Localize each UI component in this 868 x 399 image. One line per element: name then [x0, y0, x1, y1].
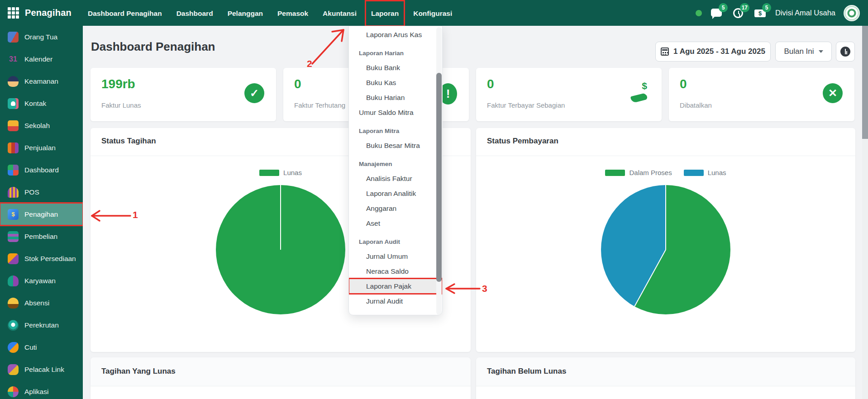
date-range-picker[interactable]: 1 Agu 2025 - 31 Agu 2025 — [655, 42, 771, 62]
sidebar-item-aplikasi[interactable]: Aplikasi — [0, 380, 83, 399]
attendance-icon — [8, 298, 19, 309]
dropdown-item-laporan-arus-kas[interactable]: Laporan Arus Kas — [349, 27, 442, 42]
pie-slice-divider — [665, 185, 666, 250]
date-range-value: 1 Agu 2025 - 31 Agu 2025 — [673, 47, 765, 56]
organization-name[interactable]: Divisi Amal Usaha — [775, 9, 835, 17]
legend-entry-dalam-proses[interactable]: Dalam Proses — [605, 169, 672, 176]
billing-dashboard-screen: Penagihan Dashboard PenagihanDashboardPe… — [0, 0, 868, 399]
sidebar-item-label: Sekolah — [24, 122, 50, 130]
nav-item-pelanggan[interactable]: Pelanggan — [223, 1, 268, 25]
stat-value: 0 — [294, 77, 301, 91]
top-navbar: Penagihan Dashboard PenagihanDashboardPe… — [0, 0, 868, 26]
activity-history-button[interactable]: 17 — [732, 6, 745, 20]
app-brand[interactable]: Penagihan — [0, 7, 83, 19]
card-tagihan-belum-lunas: Tagihan Belum Lunas — [476, 357, 855, 399]
legend-swatch — [259, 170, 279, 176]
dropdown-item-buku-kas[interactable]: Buku Kas — [349, 75, 442, 90]
dropdown-item-anggaran[interactable]: Anggaran — [349, 201, 442, 216]
chart-title: Status Tagihan — [101, 137, 156, 146]
card-header: Status Pembayaran — [476, 128, 855, 156]
pie-chart-status-pembayaran — [601, 185, 730, 314]
sidebar-item-label: POS — [24, 188, 39, 196]
chart-title: Status Pembayaran — [487, 137, 558, 146]
sidebar-item-pelacak-link[interactable]: Pelacak Link — [0, 358, 83, 380]
sidebar-item-label: Pembelian — [24, 233, 57, 241]
billing-icon — [8, 209, 19, 220]
online-status-dot — [696, 10, 702, 16]
check-circle-icon: ✓ — [244, 83, 264, 103]
messages-badge: 5 — [719, 3, 728, 12]
dropdown-item-laporan-pajak[interactable]: Laporan Pajak — [349, 279, 442, 294]
sidebar-item-label: Perekrutan — [24, 321, 59, 329]
employees-icon — [8, 276, 19, 286]
pie-slice-divider — [634, 250, 666, 307]
nav-item-laporan[interactable]: Laporan — [366, 1, 404, 25]
chart-card-status-pembayaran: Status Pembayaran Dalam ProsesLunas — [476, 128, 855, 352]
dropdown-scrollbar-thumb[interactable] — [436, 73, 442, 282]
stat-value: 0 — [487, 77, 494, 91]
legend-swatch — [684, 170, 704, 176]
sidebar-item-kalender[interactable]: Kalender — [0, 48, 83, 70]
sidebar-item-perekrutan[interactable]: Perekrutan — [0, 314, 83, 336]
dropdown-section-laporan-audit: Laporan Audit — [349, 236, 442, 248]
nav-item-dashboard[interactable]: Dashboard — [172, 1, 218, 25]
sidebar-item-penjualan[interactable]: Penjualan — [0, 137, 83, 159]
school-icon — [8, 120, 19, 131]
inventory-icon — [8, 253, 19, 264]
legend-swatch — [605, 170, 625, 176]
sidebar-item-cuti[interactable]: Cuti — [0, 336, 83, 358]
sidebar-item-orang-tua[interactable]: Orang Tua — [0, 26, 83, 48]
sidebar-item-kontak[interactable]: Kontak — [0, 92, 83, 114]
stat-label: Dibatalkan — [680, 101, 712, 109]
dropdown-item-analisis-faktur[interactable]: Analisis Faktur — [349, 171, 442, 186]
dropdown-item-jurnal-umum[interactable]: Jurnal Umum — [349, 249, 442, 264]
sidebar-item-penagihan[interactable]: Penagihan — [0, 203, 83, 225]
nav-item-pemasok[interactable]: Pemasok — [272, 1, 313, 25]
sidebar-item-label: Stok Persediaan — [24, 255, 76, 263]
sidebar-item-pos[interactable]: POS — [0, 181, 83, 203]
dropdown-item-umur-saldo-mitra[interactable]: Umur Saldo Mitra — [349, 105, 442, 120]
sidebar-item-pembelian[interactable]: Pembelian — [0, 225, 83, 247]
calendar-icon — [661, 48, 669, 56]
sidebar-item-label: Kalender — [24, 55, 52, 63]
sidebar-item-absensi[interactable]: Absensi — [0, 292, 83, 314]
parents-icon — [8, 32, 19, 43]
dropdown-item-neraca-saldo[interactable]: Neraca Saldo — [349, 264, 442, 279]
user-avatar[interactable] — [844, 5, 860, 21]
period-select[interactable]: Bulan Ini — [775, 42, 832, 62]
dropdown-item-aset[interactable]: Aset — [349, 216, 442, 231]
sidebar-item-karyawan[interactable]: Karyawan — [0, 270, 83, 292]
legend-label: Lunas — [283, 169, 302, 176]
link-tracker-icon — [8, 364, 19, 375]
legend-entry-lunas[interactable]: Lunas — [259, 169, 302, 176]
dropdown-item-buku-besar-mitra[interactable]: Buku Besar Mitra — [349, 138, 442, 153]
legend-label: Lunas — [708, 169, 726, 176]
sidebar-item-stok-persediaan[interactable]: Stok Persediaan — [0, 247, 83, 270]
dropdown-item-laporan-analitik[interactable]: Laporan Analitik — [349, 186, 442, 201]
dropdown-item-jurnal-audit[interactable]: Jurnal Audit — [349, 294, 442, 309]
dropdown-item-buku-harian[interactable]: Buku Harian — [349, 90, 442, 105]
dropdown-section-laporan-harian: Laporan Harian — [349, 48, 442, 59]
nav-item-dashboard-penagihan[interactable]: Dashboard Penagihan — [83, 1, 167, 25]
history-button[interactable] — [836, 42, 855, 62]
sidebar-item-sekolah[interactable]: Sekolah — [0, 114, 83, 137]
sidebar-item-label: Aplikasi — [24, 388, 48, 396]
page-scrollbar-thumb[interactable] — [862, 26, 868, 139]
sidebar-item-dashboard[interactable]: Dashboard — [0, 159, 83, 181]
dashboard-icon — [8, 165, 19, 176]
dropdown-section-laporan-mitra: Laporan Mitra — [349, 125, 442, 137]
messages-button[interactable]: 5 — [710, 6, 724, 20]
leave-icon — [8, 342, 19, 353]
payments-button[interactable]: $ 5 — [754, 6, 767, 20]
sales-icon — [8, 142, 19, 153]
stat-label: Faktur Lunas — [101, 101, 141, 109]
legend-entry-lunas[interactable]: Lunas — [684, 169, 726, 176]
nav-item-akuntansi[interactable]: Akuntansi — [318, 1, 362, 25]
nav-item-konfigurasi[interactable]: Konfigurasi — [408, 1, 457, 25]
sidebar-item-keamanan[interactable]: Keamanan — [0, 70, 83, 92]
sidebar-item-label: Karyawan — [24, 277, 56, 285]
stat-value: 199rb — [101, 77, 135, 91]
dropdown-item-buku-bank[interactable]: Buku Bank — [349, 60, 442, 75]
stat-value: 0 — [680, 77, 687, 91]
apps-grid-icon[interactable] — [8, 7, 19, 19]
